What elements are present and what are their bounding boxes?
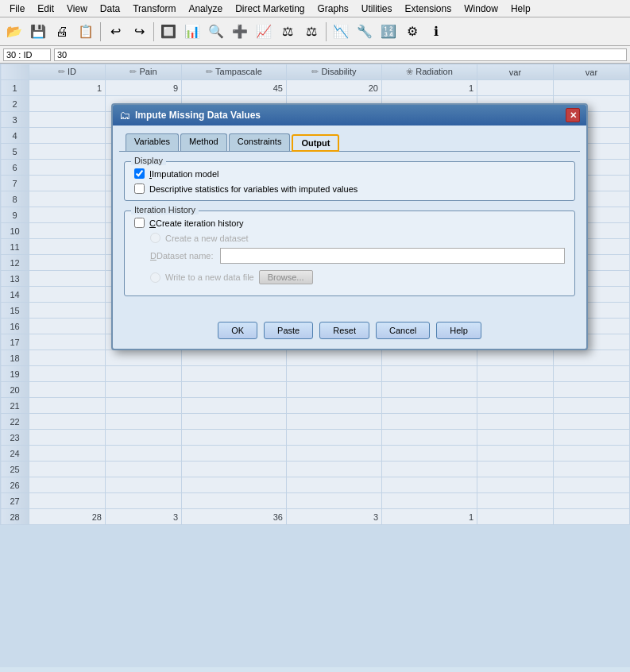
tab-variables[interactable]: Variables bbox=[126, 133, 179, 151]
cell-reference[interactable] bbox=[3, 48, 51, 61]
dialog-recall-button[interactable]: 📋 bbox=[75, 21, 97, 43]
print-button[interactable]: 🖨 bbox=[51, 21, 73, 43]
menu-data[interactable]: Data bbox=[94, 2, 126, 16]
sep3 bbox=[326, 22, 327, 41]
new-dataset-radio bbox=[150, 233, 160, 243]
sep2 bbox=[153, 22, 154, 41]
dialog-title: Impute Missing Data Values bbox=[135, 110, 261, 121]
menu-view[interactable]: View bbox=[60, 2, 94, 16]
descriptive-stats-label[interactable]: Descriptive statistics for variables wit… bbox=[149, 184, 358, 194]
spss-btn5[interactable]: ℹ bbox=[425, 21, 447, 43]
spss-btn4[interactable]: ⚙ bbox=[401, 21, 423, 43]
imputation-model-label[interactable]: IImputation model bbox=[149, 169, 218, 179]
menu-utilities[interactable]: Utilities bbox=[355, 2, 399, 16]
goto-button[interactable]: 🔲 bbox=[157, 21, 180, 43]
cancel-button[interactable]: Cancel bbox=[376, 322, 430, 339]
menu-extensions[interactable]: Extensions bbox=[399, 2, 458, 16]
impute-dialog: 🗂 Impute Missing Data Values ✕ Variables… bbox=[111, 103, 588, 350]
write-file-radio bbox=[150, 272, 160, 283]
menu-file[interactable]: File bbox=[3, 2, 31, 16]
menu-direct-marketing[interactable]: Direct Marketing bbox=[229, 2, 311, 16]
write-file-label: Write to a new data file bbox=[165, 272, 254, 282]
dialog-buttons: OK Paste Reset Cancel Help bbox=[113, 315, 586, 349]
tab-method[interactable]: Method bbox=[180, 133, 227, 151]
spreadsheet-container: ✏ ID ✏ Pain ✏ Tampascale ✏ Disability ❀ bbox=[0, 64, 630, 667]
undo-button[interactable]: ↩ bbox=[104, 21, 126, 43]
display-section: Display IImputation model Descriptive st… bbox=[124, 161, 575, 201]
menu-bar: File Edit View Data Transform Analyze Di… bbox=[0, 0, 630, 17]
dialog-titlebar: 🗂 Impute Missing Data Values ✕ bbox=[113, 105, 586, 126]
imputation-model-row: IImputation model bbox=[134, 168, 565, 179]
display-section-label: Display bbox=[131, 156, 166, 165]
dialog-content: Display IImputation model Descriptive st… bbox=[113, 152, 586, 315]
menu-transform[interactable]: Transform bbox=[126, 2, 182, 16]
toolbar: 📂 💾 🖨 📋 ↩ ↪ 🔲 📊 🔍 ➕ 📈 ⚖ ⚖ 📉 🔧 🔢 ⚙ ℹ bbox=[0, 17, 630, 46]
menu-edit[interactable]: Edit bbox=[31, 2, 60, 16]
paste-button[interactable]: Paste bbox=[264, 322, 313, 339]
descriptive-stats-row: Descriptive statistics for variables wit… bbox=[134, 183, 565, 194]
cell-value-input[interactable] bbox=[54, 48, 627, 61]
insert-cases-button[interactable]: ➕ bbox=[229, 21, 251, 43]
redo-button[interactable]: ↪ bbox=[128, 21, 150, 43]
menu-analyze[interactable]: Analyze bbox=[182, 2, 229, 16]
var-button[interactable]: 📊 bbox=[181, 21, 203, 43]
dataset-name-label: DDataset name: bbox=[150, 251, 214, 261]
menu-window[interactable]: Window bbox=[458, 2, 504, 16]
spss-btn3[interactable]: 🔢 bbox=[377, 21, 400, 43]
create-history-row: CCreate iteration history bbox=[134, 218, 565, 228]
weight-button[interactable]: ⚖ bbox=[300, 21, 323, 43]
dialog-icon: 🗂 bbox=[119, 109, 130, 122]
tab-output[interactable]: Output bbox=[292, 134, 339, 152]
open-button[interactable]: 📂 bbox=[3, 21, 25, 43]
spss-btn2[interactable]: 🔧 bbox=[354, 21, 376, 43]
menu-graphs[interactable]: Graphs bbox=[311, 2, 354, 16]
dataset-name-input bbox=[220, 248, 566, 264]
iteration-section-label: Iteration History bbox=[131, 205, 199, 214]
create-history-label[interactable]: CCreate iteration history bbox=[149, 218, 244, 228]
split-button[interactable]: ⚖ bbox=[276, 21, 299, 43]
close-button[interactable]: ✕ bbox=[566, 108, 580, 122]
insert-var-button[interactable]: 📈 bbox=[253, 21, 275, 43]
formula-bar bbox=[0, 46, 630, 64]
browse-button: Browse... bbox=[259, 270, 313, 284]
descriptive-stats-checkbox[interactable] bbox=[134, 183, 145, 194]
dataset-name-row: DDataset name: bbox=[134, 248, 565, 264]
spss-btn1[interactable]: 📉 bbox=[330, 21, 352, 43]
help-button[interactable]: Help bbox=[436, 322, 481, 339]
create-history-checkbox[interactable] bbox=[134, 218, 145, 228]
iteration-section: Iteration History CCreate iteration hist… bbox=[124, 210, 575, 296]
ok-button[interactable]: OK bbox=[218, 322, 257, 339]
tabs-container: Variables Method Constraints Output bbox=[119, 129, 580, 152]
tab-constraints[interactable]: Constraints bbox=[229, 133, 291, 151]
reset-button[interactable]: Reset bbox=[319, 322, 369, 339]
imputation-model-checkbox[interactable] bbox=[134, 168, 145, 179]
sep1 bbox=[100, 22, 101, 41]
new-dataset-row: Create a new dataset bbox=[134, 233, 565, 243]
find-button[interactable]: 🔍 bbox=[205, 21, 227, 43]
save-button[interactable]: 💾 bbox=[27, 21, 49, 43]
write-file-row: Write to a new data file Browse... bbox=[134, 270, 565, 284]
new-dataset-label: Create a new dataset bbox=[165, 234, 249, 243]
menu-help[interactable]: Help bbox=[504, 2, 537, 16]
